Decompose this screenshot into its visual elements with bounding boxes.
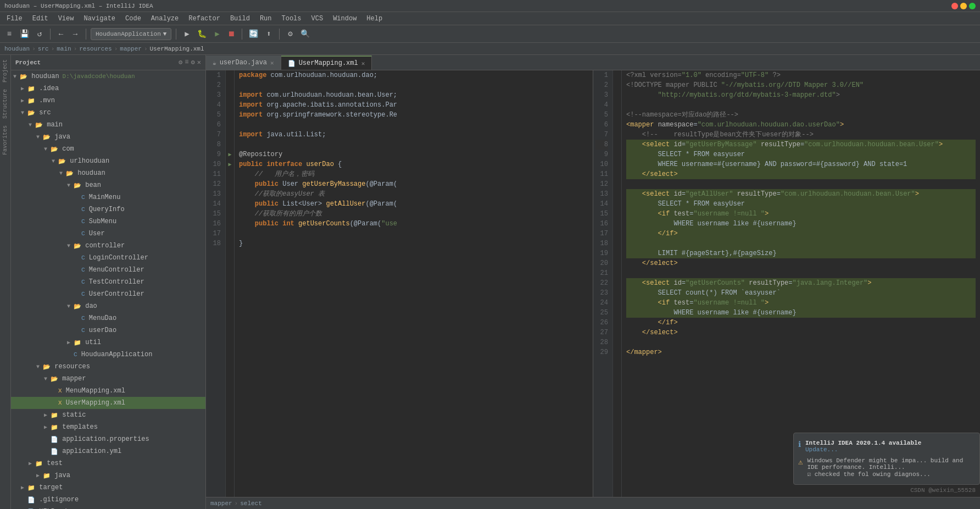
tree-item-java[interactable]: ▼📂 java: [11, 131, 205, 143]
menu-file[interactable]: File: [2, 14, 27, 24]
tree-item-mapper[interactable]: ▼📂 mapper: [11, 373, 205, 385]
tree-item-controller[interactable]: ▼📂 controller: [11, 240, 205, 252]
toolbar-stop[interactable]: ⏹: [225, 29, 237, 40]
left-code-line-15: //获取所有的用户个数: [239, 209, 588, 219]
sidebar-collapse-icon[interactable]: ≡: [185, 58, 188, 67]
bottom-breadcrumb-mapper[interactable]: mapper: [210, 500, 232, 507]
menu-window[interactable]: Window: [328, 14, 361, 24]
tree-item-houduan2[interactable]: ▼📂 houduan: [11, 167, 205, 179]
menu-bar: File Edit View Navigate Code Analyze Ref…: [0, 12, 980, 25]
toolbar-save[interactable]: 💾: [18, 28, 31, 40]
breadcrumb-mapper[interactable]: mapper: [120, 46, 142, 52]
toolbar-run-config[interactable]: ▶: [181, 28, 193, 40]
left-editor-scroll[interactable]: 123456789101112131415161718 ▶▶ package c…: [206, 70, 593, 497]
menu-view[interactable]: View: [54, 14, 79, 24]
tree-item-menudao[interactable]: C MenuDao: [11, 312, 205, 324]
sidebar-tree[interactable]: ▼📂 houduanD:\javadcode\houduan▶📁 .idea▶📁…: [11, 70, 205, 509]
project-select[interactable]: HouduanApplication ▼: [91, 28, 171, 40]
maximize-button[interactable]: [969, 3, 976, 9]
window-controls[interactable]: [951, 3, 976, 9]
menu-help[interactable]: Help: [362, 14, 387, 24]
tree-item-testcontroller[interactable]: C TestController: [11, 276, 205, 288]
tree-item-logincontroller[interactable]: C LoginController: [11, 252, 205, 264]
tree-item-urlhouduan[interactable]: ▼📂 urlhouduan: [11, 155, 205, 167]
toolbar-run[interactable]: ▶: [211, 28, 223, 40]
tree-item-src[interactable]: ▼📂 src: [11, 107, 205, 119]
menu-refactor[interactable]: Refactor: [184, 14, 225, 24]
left-code-line-8: [239, 140, 588, 150]
tree-item-appyml[interactable]: 📄 application.yml: [11, 445, 205, 457]
tree-item-appprops[interactable]: 📄 application.properties: [11, 433, 205, 445]
menu-run[interactable]: Run: [255, 14, 276, 24]
breadcrumb-houduan[interactable]: houduan: [4, 46, 30, 52]
notif-idea-link[interactable]: Update...: [805, 446, 921, 453]
tree-item-mainmenu[interactable]: C MainMenu: [11, 191, 205, 203]
toolbar-forward[interactable]: →: [69, 29, 81, 40]
menu-edit[interactable]: Edit: [28, 14, 53, 24]
tree-item-menucontroller[interactable]: C MenuController: [11, 264, 205, 276]
tree-item-com[interactable]: ▼📂 com: [11, 143, 205, 155]
toolbar-push[interactable]: ⬆: [263, 28, 275, 40]
toolbar-menu-icon[interactable]: ≡: [3, 29, 15, 40]
tab-userdao-close[interactable]: ✕: [270, 59, 274, 67]
breadcrumb-file[interactable]: UserMapping.xml: [150, 46, 204, 52]
breadcrumb-src[interactable]: src: [38, 46, 49, 52]
menu-vcs[interactable]: VCS: [307, 14, 328, 24]
sidebar-settings-icon[interactable]: ⚙: [191, 58, 195, 67]
toolbar-back[interactable]: ←: [55, 29, 67, 40]
tree-item-idea[interactable]: ▶📁 .idea: [11, 82, 205, 95]
structure-panel-icon[interactable]: Structure: [2, 89, 8, 119]
close-button[interactable]: [951, 3, 958, 9]
tree-item-user[interactable]: C User: [11, 228, 205, 240]
tree-item-houduanapp[interactable]: C HouduanApplication: [11, 348, 205, 361]
breadcrumb-main[interactable]: main: [57, 46, 71, 52]
tree-item-templates[interactable]: ▶📁 templates: [11, 421, 205, 433]
toolbar-sync[interactable]: ↺: [34, 28, 46, 40]
tree-item-queryinfo[interactable]: C QueryInfo: [11, 203, 205, 215]
toolbar-settings[interactable]: ⚙: [284, 28, 296, 40]
project-panel-icon[interactable]: Project: [2, 59, 8, 82]
tree-item-resources[interactable]: ▼📂 resources: [11, 361, 205, 373]
tab-userdao[interactable]: ☕ userDao.java ✕: [206, 56, 281, 70]
right-line-num-18: 18: [595, 239, 608, 248]
tree-item-userdao[interactable]: C userDao: [11, 324, 205, 336]
sidebar-sync-icon[interactable]: ⚙: [179, 58, 182, 67]
tree-item-usercontroller[interactable]: C UserController: [11, 288, 205, 300]
tree-item-mvn[interactable]: ▶📁 .mvn: [11, 95, 205, 107]
tab-usermapping[interactable]: 📄 UserMapping.xml ✕: [281, 56, 372, 70]
tree-item-target[interactable]: ▶📁 target: [11, 482, 205, 494]
right-gutter-line-25: [613, 308, 621, 318]
tree-item-util[interactable]: ▶📁 util: [11, 336, 205, 348]
tree-item-menumapping[interactable]: X MenuMapping.xml: [11, 385, 205, 397]
bottom-breadcrumb-select[interactable]: select: [240, 500, 262, 507]
tree-item-main[interactable]: ▼📂 main: [11, 119, 205, 131]
tree-item-houduan[interactable]: ▼📂 houduanD:\javadcode\houduan: [11, 70, 205, 82]
tab-usermapping-close[interactable]: ✕: [361, 60, 365, 67]
left-code-content[interactable]: package com.urlhouduan.houduan.dao;impor…: [235, 70, 593, 497]
toolbar-git[interactable]: 🔄: [247, 28, 260, 40]
breadcrumb-resources[interactable]: resources: [79, 46, 112, 52]
tree-item-bean[interactable]: ▼📂 bean: [11, 179, 205, 191]
tree-item-testjava[interactable]: ▶📁 java: [11, 469, 205, 482]
tree-item-gitignore[interactable]: 📄 .gitignore: [11, 494, 205, 506]
tree-item-test[interactable]: ▶📁 test: [11, 457, 205, 469]
menu-code[interactable]: Code: [121, 14, 146, 24]
tree-item-helpmd[interactable]: 📄 HELP.md: [11, 506, 205, 509]
tree-item-usermapping[interactable]: X UserMapping.xml: [11, 397, 205, 409]
tree-item-dao[interactable]: ▼📂 dao: [11, 300, 205, 312]
tree-item-submenu[interactable]: C SubMenu: [11, 215, 205, 228]
favorites-panel-icon[interactable]: Favorites: [2, 125, 8, 155]
menu-build[interactable]: Build: [226, 14, 254, 24]
menu-analyze[interactable]: Analyze: [147, 14, 183, 24]
java-icon: C: [81, 279, 85, 285]
toolbar-search[interactable]: 🔍: [298, 28, 312, 40]
sidebar-close-icon[interactable]: ✕: [197, 58, 201, 67]
menu-navigate[interactable]: Navigate: [79, 14, 120, 24]
tree-item-static[interactable]: ▶📁 static: [11, 409, 205, 421]
menu-tools[interactable]: Tools: [277, 14, 306, 24]
run-icon-9[interactable]: ▶: [228, 151, 231, 158]
run-icon-10[interactable]: ▶: [228, 161, 231, 168]
toolbar-debug[interactable]: 🐛: [195, 28, 209, 40]
minimize-button[interactable]: [960, 3, 967, 9]
left-code-line-18: }: [239, 239, 588, 248]
